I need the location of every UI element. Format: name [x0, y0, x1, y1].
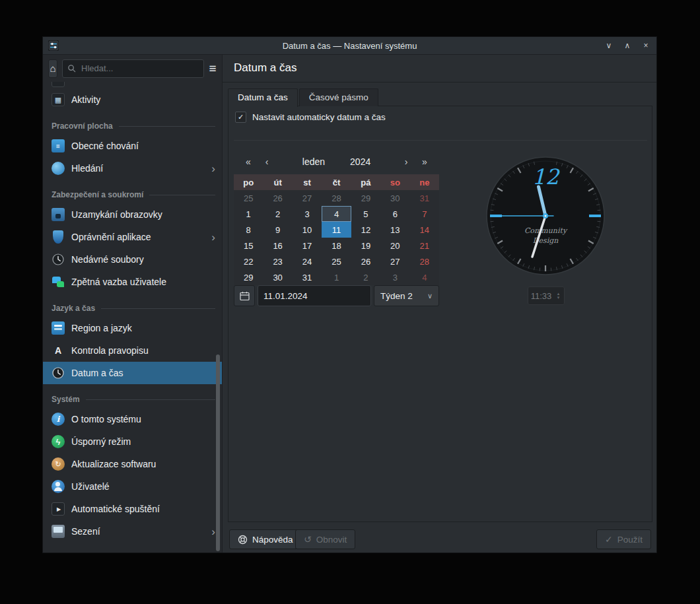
calendar-day[interactable]: 29 [351, 190, 380, 206]
calendar-day[interactable]: 1 [234, 206, 263, 222]
calendar-day[interactable]: 1 [322, 269, 351, 285]
calendar-day[interactable]: 25 [234, 190, 263, 206]
calendar-day[interactable]: 21 [410, 238, 439, 253]
calendar-day[interactable]: 6 [380, 206, 409, 222]
tab-casove-pasmo[interactable]: Časové pásmo [299, 88, 378, 106]
calendar-day[interactable]: 26 [263, 190, 292, 206]
auto-datetime-checkbox[interactable]: ✓ [235, 112, 246, 123]
calendar-day[interactable]: 27 [380, 253, 409, 269]
close-icon[interactable]: × [641, 40, 651, 51]
calendar-day[interactable]: 31 [410, 190, 439, 206]
sidebar-item-kontrola-pravopisu[interactable]: A Kontrola pravopisu [43, 339, 222, 362]
sidebar-item-automaticke-spusteni[interactable]: ▶ Automatické spuštění [43, 498, 222, 520]
calendar-day[interactable]: 16 [263, 238, 292, 253]
home-button[interactable]: ⌂ [48, 59, 57, 78]
sidebar-item-opravneni-aplikace[interactable]: Oprávnění aplikace › [43, 226, 222, 248]
month-button[interactable]: leden [302, 156, 325, 167]
date-input[interactable] [258, 285, 371, 306]
sidebar-list: ▦ Aktivity Pracovní plocha ≡ Obecné chov… [43, 82, 222, 553]
sidebar-item-label: Aktualizace softwaru [71, 459, 215, 469]
calendar-day[interactable]: 9 [263, 222, 292, 238]
sidebar-item-uzamykani-obrazovky[interactable]: Uzamykání obrazovky [43, 203, 222, 226]
calendar-day[interactable]: 7 [410, 206, 439, 222]
calendar-day[interactable]: 10 [293, 222, 322, 238]
minimize-icon[interactable]: ∨ [604, 40, 614, 51]
sidebar-item-region-a-jazyk[interactable]: Region a jazyk [43, 317, 222, 339]
calendar-day[interactable]: 28 [410, 253, 439, 269]
sidebar-scrollbar[interactable] [216, 354, 220, 551]
feedback-bubbles-icon [52, 275, 65, 288]
hamburger-menu-button[interactable]: ≡ [209, 59, 217, 78]
calendar-day[interactable]: 30 [263, 269, 292, 285]
app-icon [48, 40, 59, 51]
tab-datum-a-cas[interactable]: Datum a čas [228, 88, 298, 107]
search-box[interactable] [62, 59, 204, 78]
date-picker-button[interactable] [234, 285, 255, 306]
previous-month-button[interactable]: ‹ [258, 156, 276, 167]
sidebar-item-uzivatele[interactable]: Uživatelé [43, 475, 222, 498]
sidebar-item-label: Uzamykání obrazovky [71, 209, 215, 220]
help-button[interactable]: Nápověda [229, 529, 302, 549]
time-spinner-buttons[interactable]: ▴ ▾ [554, 292, 564, 300]
apply-button-label: Použít [617, 535, 643, 545]
calendar-day[interactable]: 22 [234, 253, 263, 269]
next-month-button[interactable]: › [397, 156, 415, 167]
year-button[interactable]: 2024 [350, 156, 370, 167]
titlebar[interactable]: Datum a čas — Nastavení systému ∨ ∧ × [43, 37, 656, 55]
previous-year-button[interactable]: « [239, 156, 258, 167]
maximize-icon[interactable]: ∧ [622, 40, 633, 51]
sidebar-item-obecne-chovani[interactable]: ≡ Obecné chování [43, 135, 222, 157]
calendar-day[interactable]: 3 [380, 269, 409, 285]
spin-down-icon[interactable]: ▾ [557, 296, 560, 300]
calendar-day[interactable]: 8 [234, 222, 263, 238]
calendar-day[interactable]: 31 [293, 269, 322, 285]
calendar-day[interactable]: 2 [351, 269, 380, 285]
sidebar-item-partial[interactable] [43, 82, 222, 88]
calendar-day[interactable]: 13 [380, 222, 409, 238]
search-input[interactable] [80, 63, 199, 74]
sidebar-item-label: Aktivity [71, 94, 215, 105]
calendar-day[interactable]: 11 [322, 222, 351, 238]
calendar-day[interactable]: 2 [263, 206, 292, 222]
sidebar-item-zpetna-vazba[interactable]: Zpětná vazba uživatele [43, 271, 222, 293]
calendar-day[interactable]: 30 [380, 190, 409, 206]
calendar-day[interactable]: 3 [293, 206, 322, 222]
calendar-day[interactable]: 25 [322, 253, 351, 269]
calendar-day[interactable]: 4 [322, 206, 351, 222]
time-spinbox[interactable]: 11:33 ▴ ▾ [528, 286, 565, 305]
week-selector[interactable]: Týden 2 ∨ [374, 285, 439, 306]
window-title: Datum a čas — Nastavení systému [43, 41, 656, 51]
sidebar-item-o-tomto-systemu[interactable]: i O tomto systému [43, 408, 222, 430]
calendar-day[interactable]: 4 [410, 269, 439, 285]
calendar-day[interactable]: 14 [410, 222, 439, 238]
apply-button[interactable]: ✓ Použít [596, 529, 651, 549]
sidebar-item-datum-a-cas[interactable]: Datum a čas [43, 362, 222, 384]
sidebar-item-nedavne-soubory[interactable]: Nedávné soubory [43, 248, 222, 271]
calendar-day[interactable]: 18 [322, 238, 351, 253]
sidebar-item-sezeni[interactable]: Sezení › [43, 520, 222, 543]
calendar-day-header: so [380, 178, 409, 187]
sidebar-item-aktualizace-softwaru[interactable]: ↻ Aktualizace softwaru [43, 453, 222, 475]
calendar-day[interactable]: 15 [234, 238, 263, 253]
next-year-button[interactable]: » [415, 156, 434, 167]
sidebar-item-usporny-rezim[interactable]: ϟ Úsporný režim [43, 430, 222, 453]
home-icon: ⌂ [50, 63, 55, 74]
sidebar-item-hledani[interactable]: Hledání › [43, 157, 222, 180]
energy-icon: ϟ [52, 435, 65, 448]
calendar-day[interactable]: 19 [351, 238, 380, 253]
calendar-day[interactable]: 24 [293, 253, 322, 269]
calendar-day[interactable]: 29 [234, 269, 263, 285]
reset-button[interactable]: ↺ Obnovit [295, 529, 355, 549]
calendar-day[interactable]: 5 [351, 206, 380, 222]
help-lifering-icon [238, 535, 248, 545]
calendar-day[interactable]: 23 [263, 253, 292, 269]
calendar-day[interactable]: 17 [293, 238, 322, 253]
calendar-day[interactable]: 12 [351, 222, 380, 238]
calendar-day[interactable]: 26 [351, 253, 380, 269]
calendar-day[interactable]: 28 [322, 190, 351, 206]
auto-datetime-row[interactable]: ✓ Nastavit automaticky datum a čas [235, 112, 386, 123]
spellcheck-icon: A [52, 344, 65, 357]
calendar-day[interactable]: 27 [293, 190, 322, 206]
sidebar-item-aktivity[interactable]: ▦ Aktivity [43, 88, 222, 111]
calendar-day[interactable]: 20 [380, 238, 409, 253]
